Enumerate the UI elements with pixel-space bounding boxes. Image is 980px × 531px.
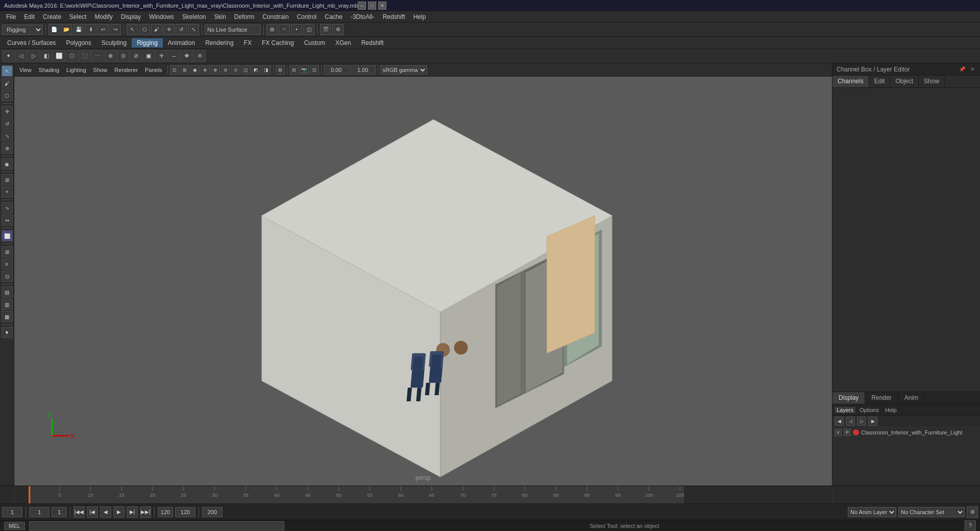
tab-edit[interactable]: Edit <box>869 76 891 87</box>
layers-help[interactable]: Help <box>883 407 899 413</box>
attr-editor-btn[interactable]: ▥ <box>2 299 13 310</box>
vp-view-menu[interactable]: View <box>16 66 35 74</box>
menu-file[interactable]: File <box>2 12 20 21</box>
vp-shading-menu[interactable]: Shading <box>36 66 62 74</box>
shelf-dots-btn[interactable]: ⋯ <box>91 50 104 62</box>
soft-select-btn[interactable]: ◉ <box>2 158 13 170</box>
max-frame-input[interactable] <box>202 507 223 517</box>
vp-camera-btn[interactable]: 📷 <box>300 65 309 75</box>
panel-view-btn[interactable]: ⊡ <box>2 271 13 282</box>
shelf-ik-btn[interactable]: ⊙ <box>117 50 129 62</box>
layer-view-btn[interactable]: ≡ <box>2 258 13 270</box>
menu-constrain[interactable]: Constrain <box>258 12 292 21</box>
menu-deform[interactable]: Deform <box>230 12 258 21</box>
redo-btn[interactable]: ↪ <box>110 24 121 35</box>
help-line-btn[interactable]: ? <box>965 520 976 532</box>
layer-next-btn[interactable]: ▷ <box>857 417 866 426</box>
current-frame-input[interactable] <box>2 507 22 517</box>
tab-object[interactable]: Object <box>890 76 919 87</box>
close-button[interactable]: ✕ <box>378 2 386 10</box>
menu-select[interactable]: Select <box>65 12 90 21</box>
shelf-box-btn[interactable]: ◧ <box>40 50 53 62</box>
vp-icon3[interactable]: ◉ <box>190 65 200 75</box>
skip-to-end-btn[interactable]: ▶▶| <box>140 506 151 518</box>
vp-icon8[interactable]: ◫ <box>241 65 251 75</box>
menu-display[interactable]: Display <box>117 12 145 21</box>
module-sculpting[interactable]: Sculpting <box>96 38 132 47</box>
layer-next2-btn[interactable]: ▶ <box>868 417 877 426</box>
paint-select-btn[interactable]: 🖌 <box>2 78 13 89</box>
tool-settings-btn[interactable]: ▦ <box>2 311 13 322</box>
show-manipulator-btn[interactable]: ⊞ <box>2 174 13 185</box>
shelf-plus-btn[interactable]: ✛ <box>155 50 167 62</box>
mel-label[interactable]: MEL <box>4 522 25 530</box>
open-scene-btn[interactable]: 📂 <box>61 24 72 35</box>
menu-3dtoall[interactable]: -3DtoAll- <box>347 12 379 21</box>
vp-show-menu[interactable]: Show <box>90 66 111 74</box>
new-scene-btn[interactable]: 📄 <box>48 24 60 35</box>
menu-redshift[interactable]: Redshift <box>379 12 409 21</box>
timeline-ruler[interactable]: 5 10 15 20 25 30 35 40 45 50 5 <box>29 486 684 503</box>
tab-show[interactable]: Show <box>919 76 945 87</box>
move-tool-lt-btn[interactable]: ✛ <box>2 106 13 117</box>
shelf-minus-btn[interactable]: ─ <box>168 50 180 62</box>
shelf-icon-btn[interactable]: ✦ <box>2 50 14 62</box>
vp-panels-menu[interactable]: Panels <box>142 66 165 74</box>
vp-icon1[interactable]: ⊡ <box>170 65 179 75</box>
character-set-select[interactable]: No Character Set <box>898 507 965 517</box>
layers-tab[interactable]: Layers <box>835 407 855 413</box>
scale-tool-lt-btn[interactable]: ⤡ <box>2 130 13 141</box>
right-panel-pin-btn[interactable]: 📌 <box>958 66 967 72</box>
module-dropdown[interactable]: Rigging <box>2 25 43 35</box>
module-xgen[interactable]: XGen <box>330 38 356 47</box>
vp-colorspace-select[interactable]: sRGB gamma <box>380 65 427 75</box>
right-panel-close-btn[interactable]: ✕ <box>969 66 976 72</box>
snap-grid-btn[interactable]: ⊞ <box>266 24 278 35</box>
shelf-plus2-btn[interactable]: ❖ <box>181 50 193 62</box>
rbt-render[interactable]: Render <box>865 392 898 404</box>
render-btn[interactable]: 🎬 <box>320 24 331 35</box>
measure-btn[interactable]: ⇔ <box>2 214 13 226</box>
menu-edit[interactable]: Edit <box>20 12 39 21</box>
layer-prev2-btn[interactable]: ◁ <box>846 417 855 426</box>
move-tool-btn[interactable]: ✛ <box>163 24 175 35</box>
module-redshift[interactable]: Redshift <box>356 38 389 47</box>
lasso-tool-btn[interactable]: ⬡ <box>139 24 150 35</box>
select-mode-btn[interactable]: ↖ <box>2 65 13 77</box>
vp-frame-btn[interactable]: ⊡ <box>310 65 319 75</box>
menu-skeleton[interactable]: Skeleton <box>178 12 210 21</box>
import-btn[interactable]: ⬇ <box>85 24 96 35</box>
snap-curve-btn[interactable]: ~ <box>279 24 290 35</box>
paint-tool-btn[interactable]: 🖌 <box>151 24 162 35</box>
undo-btn[interactable]: ↩ <box>97 24 109 35</box>
layers-options[interactable]: Options <box>857 407 881 413</box>
snap-point-btn[interactable]: • <box>291 24 302 35</box>
vp-icon7[interactable]: ⊙ <box>231 65 240 75</box>
vp-grid-btn[interactable]: ⊟ <box>289 65 299 75</box>
vp-icon9[interactable]: ◩ <box>252 65 261 75</box>
shelf-select-btn[interactable]: ⬜ <box>53 50 65 62</box>
vp-icon5[interactable]: ⊗ <box>211 65 220 75</box>
lasso-select-btn[interactable]: ⬡ <box>2 90 13 101</box>
save-scene-btn[interactable]: 💾 <box>73 24 84 35</box>
snap-surface-btn[interactable]: ◫ <box>303 24 314 35</box>
module-polygons[interactable]: Polygons <box>61 38 96 47</box>
minimize-button[interactable]: ─ <box>358 2 366 10</box>
rbt-anim[interactable]: Anim <box>898 392 925 404</box>
skip-to-start-btn[interactable]: |◀◀ <box>74 506 85 518</box>
module-fx[interactable]: FX <box>239 38 257 47</box>
shelf-joint-btn[interactable]: ⊕ <box>104 50 116 62</box>
shelf-circle-btn[interactable]: ⬡ <box>66 50 78 62</box>
maximize-button[interactable]: □ <box>368 2 376 10</box>
render-view-btn[interactable]: ⬜ <box>2 230 13 242</box>
curve-tool-btn[interactable]: ∿ <box>2 202 13 213</box>
vp-lighting-menu[interactable]: Lighting <box>63 66 89 74</box>
vp-icon10[interactable]: ◨ <box>262 65 271 75</box>
shelf-skin-btn[interactable]: ▣ <box>142 50 155 62</box>
menu-modify[interactable]: Modify <box>90 12 116 21</box>
tab-channels[interactable]: Channels <box>832 76 869 87</box>
shelf-div-btn[interactable]: ※ <box>193 50 206 62</box>
vp-icon11[interactable]: ⊞ <box>276 65 285 75</box>
render-options-btn[interactable]: ⚙ <box>332 24 344 35</box>
menu-skin[interactable]: Skin <box>210 12 230 21</box>
